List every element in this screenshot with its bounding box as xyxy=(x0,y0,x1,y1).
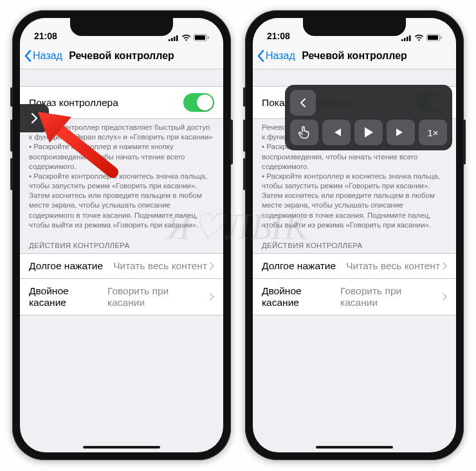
show-controller-row[interactable]: Показ контроллера xyxy=(20,86,223,119)
speech-controller-panel[interactable]: 1× xyxy=(285,85,452,150)
footer-text: Речевой контроллер предоставляет быстрый… xyxy=(20,119,223,230)
section-header: ДЕЙСТВИЯ КОНТРОЛЛЕРА xyxy=(20,230,223,253)
svg-rect-12 xyxy=(428,35,438,40)
actions-list: Долгое нажатие Читать весь контент Двойн… xyxy=(20,253,223,315)
svg-rect-2 xyxy=(174,37,176,41)
double-tap-value: Говорить при касании xyxy=(340,285,440,308)
svg-rect-10 xyxy=(409,35,411,41)
signal-icon xyxy=(169,35,179,41)
svg-rect-7 xyxy=(401,39,403,41)
double-tap-label: Двойное касание xyxy=(262,285,340,308)
back-button[interactable]: Назад xyxy=(20,49,62,62)
hand-point-icon xyxy=(298,125,311,139)
panel-prev-button[interactable] xyxy=(322,120,351,145)
panel-play-button[interactable] xyxy=(354,120,383,145)
skip-forward-icon xyxy=(395,127,407,138)
long-press-value: Читать весь контент xyxy=(113,260,207,272)
status-time: 21:08 xyxy=(34,31,57,41)
svg-rect-8 xyxy=(404,38,406,41)
chevron-left-icon xyxy=(257,49,264,62)
back-button[interactable]: Назад xyxy=(253,49,295,62)
content: Показ контроллера Речевой контроллер пре… xyxy=(20,69,223,315)
status-icons xyxy=(169,34,209,41)
back-label: Назад xyxy=(266,50,295,62)
wifi-icon xyxy=(414,34,424,41)
long-press-label: Долгое нажатие xyxy=(262,260,336,272)
svg-rect-1 xyxy=(171,38,173,41)
navigation-bar: Назад Речевой контроллер xyxy=(253,42,456,69)
notch xyxy=(70,18,173,36)
svg-rect-3 xyxy=(176,35,178,41)
signal-icon xyxy=(401,35,412,41)
actions-list: Долгое нажатие Читать весь контент Двойн… xyxy=(253,253,456,315)
home-indicator[interactable] xyxy=(83,446,160,449)
chevron-right-icon xyxy=(30,112,38,124)
double-tap-label: Двойное касание xyxy=(29,285,107,308)
panel-next-button[interactable] xyxy=(387,120,415,145)
screen: 21:08 Назад Речевой контроллер Показ кон… xyxy=(20,18,223,452)
double-tap-row[interactable]: Двойное касание Говорить при касании xyxy=(253,278,456,315)
svg-rect-5 xyxy=(195,35,205,40)
battery-icon xyxy=(426,34,442,41)
battery-icon xyxy=(194,34,209,41)
svg-rect-6 xyxy=(208,37,209,39)
chevron-left-icon xyxy=(300,98,306,108)
phone-mockup-left: 21:08 Назад Речевой контроллер Показ кон… xyxy=(12,10,231,460)
long-press-row[interactable]: Долгое нажатие Читать весь контент xyxy=(20,253,223,278)
wifi-icon xyxy=(181,34,191,41)
navigation-bar: Назад Речевой контроллер xyxy=(20,42,223,69)
home-indicator[interactable] xyxy=(316,446,393,449)
show-controller-toggle[interactable] xyxy=(183,93,214,112)
skip-back-icon xyxy=(331,127,342,138)
long-press-label: Долгое нажатие xyxy=(29,260,103,272)
panel-rate-button[interactable]: 1× xyxy=(419,120,447,145)
play-icon xyxy=(363,127,374,138)
chevron-right-icon xyxy=(443,293,447,301)
status-icons xyxy=(401,34,442,41)
double-tap-row[interactable]: Двойное касание Говорить при касании xyxy=(20,278,223,315)
chevron-left-icon xyxy=(24,49,32,62)
panel-collapse-button[interactable] xyxy=(290,90,316,116)
phone-mockup-right: 21:08 Назад Речевой контроллер Показ кон… xyxy=(245,10,464,460)
double-tap-value: Говорить при касании xyxy=(107,285,207,308)
panel-rate-label: 1× xyxy=(427,127,438,138)
status-time: 21:08 xyxy=(267,31,290,41)
speech-controller-collapsed[interactable] xyxy=(20,104,49,132)
svg-rect-9 xyxy=(407,37,408,41)
svg-rect-13 xyxy=(441,37,442,39)
notch xyxy=(303,18,406,36)
section-header: ДЕЙСТВИЯ КОНТРОЛЛЕРА xyxy=(253,230,456,253)
long-press-value: Читать весь контент xyxy=(346,260,440,272)
screen: 21:08 Назад Речевой контроллер Показ кон… xyxy=(253,18,456,452)
chevron-right-icon xyxy=(210,293,214,301)
back-label: Назад xyxy=(33,50,62,62)
chevron-right-icon xyxy=(443,262,447,270)
panel-finger-button[interactable] xyxy=(290,120,318,145)
long-press-row[interactable]: Долгое нажатие Читать весь контент xyxy=(253,253,456,278)
svg-rect-0 xyxy=(169,39,170,41)
chevron-right-icon xyxy=(210,262,214,270)
